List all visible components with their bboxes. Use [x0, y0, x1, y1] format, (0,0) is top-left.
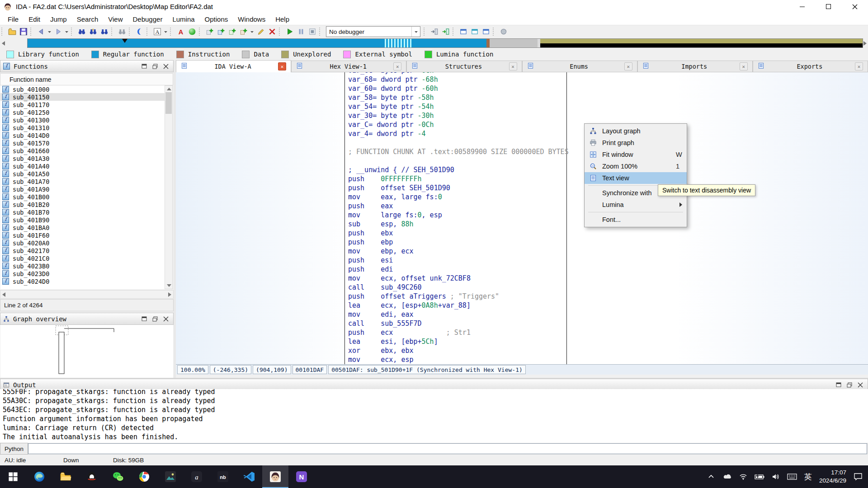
debug-run-icon[interactable]: [284, 26, 295, 38]
dock-icon[interactable]: [836, 382, 841, 388]
add-struct-icon[interactable]: [215, 26, 226, 38]
toolbar-grip[interactable]: [71, 28, 74, 36]
code-line[interactable]: var_30= byte ptr -30h: [348, 111, 434, 120]
chevron-down-icon[interactable]: [411, 27, 420, 37]
toolbar-grip[interactable]: [319, 28, 322, 36]
tab-close-icon[interactable]: ✕: [509, 62, 517, 70]
function-row[interactable]: fsub_401660: [0, 147, 165, 155]
code-line[interactable]: mov ecx, offset unk_72CBF8: [348, 274, 471, 283]
toolbar-grip[interactable]: [424, 28, 427, 36]
function-name-header[interactable]: Function name: [0, 73, 173, 85]
input-language-indicator[interactable]: 英: [804, 472, 812, 482]
toolbar-grip[interactable]: [170, 28, 173, 36]
toolbar-grip[interactable]: [129, 28, 132, 36]
scroll-down-icon[interactable]: [167, 284, 171, 287]
function-row[interactable]: fsub_401B00: [0, 193, 165, 201]
code-line[interactable]: var_60= dword ptr -60h: [348, 84, 438, 93]
wifi-icon[interactable]: [739, 473, 747, 480]
code-line[interactable]: mov ecx, esp: [348, 355, 414, 364]
functions-vertical-scrollbar[interactable]: [165, 85, 173, 289]
float-icon[interactable]: [152, 316, 158, 322]
run-until-icon[interactable]: [440, 26, 451, 38]
code-line[interactable]: ; FUNCTION CHUNK AT .text:00589900 SIZE …: [348, 147, 569, 156]
context-menu-item-font-[interactable]: Font...: [585, 214, 687, 225]
output-console[interactable]: 555F0F: propagate_stkargs: function is a…: [0, 389, 868, 443]
dock-icon[interactable]: [142, 316, 147, 322]
float-icon[interactable]: [847, 382, 852, 388]
code-line[interactable]: xor ebx, ebx: [348, 346, 414, 355]
code-line[interactable]: call sub_555F7D: [348, 319, 422, 328]
code-line[interactable]: call sub_49C260: [348, 283, 422, 292]
dropdown-icon[interactable]: [64, 26, 70, 38]
taskbar-app-player-a[interactable]: a: [184, 465, 210, 488]
tab-imports[interactable]: Imports✕: [637, 61, 753, 72]
taskbar-app-vscode[interactable]: [236, 465, 262, 488]
function-row[interactable]: fsub_401A30: [0, 155, 165, 162]
code-line[interactable]: mov edi, eax: [348, 310, 414, 319]
dropdown-icon[interactable]: [163, 26, 169, 38]
float-icon[interactable]: [152, 64, 158, 69]
tab-exports[interactable]: Exports✕: [753, 61, 868, 72]
function-row[interactable]: fsub_401570: [0, 139, 165, 147]
tray-expand-icon[interactable]: [708, 473, 715, 480]
nav-forward-icon[interactable]: [52, 26, 64, 38]
scrollbar-thumb[interactable]: [165, 92, 172, 114]
demangle-a-icon[interactable]: A: [175, 26, 186, 38]
toolbar-grip[interactable]: [279, 28, 282, 36]
tab-close-icon[interactable]: ✕: [624, 62, 632, 70]
close-button[interactable]: [842, 0, 868, 13]
menu-debugger[interactable]: Debugger: [128, 14, 168, 24]
function-row[interactable]: fsub_4023B0: [0, 262, 165, 270]
code-line[interactable]: push offset SEH_501D90: [348, 183, 450, 192]
band-library-stripes[interactable]: [385, 39, 412, 47]
onedrive-icon[interactable]: [722, 473, 732, 480]
context-menu-item-print-graph[interactable]: Print graph: [585, 137, 687, 149]
function-row[interactable]: fsub_4014D0: [0, 131, 165, 139]
code-line[interactable]: var_58= byte ptr -58h: [348, 93, 434, 102]
taskbar-app-netbeans[interactable]: nb: [210, 465, 236, 488]
code-line[interactable]: push ebx: [348, 229, 393, 238]
taskbar-app-ida[interactable]: [262, 465, 288, 488]
current-position-marker-icon[interactable]: [122, 39, 127, 43]
code-line[interactable]: var_68= dword ptr -68h: [348, 75, 438, 84]
menu-windows[interactable]: Windows: [233, 14, 270, 24]
attach-process-icon[interactable]: [429, 26, 440, 38]
search-binoculars-icon[interactable]: [76, 26, 87, 38]
close-panel-icon[interactable]: [163, 316, 169, 322]
function-row[interactable]: fsub_401000: [0, 85, 165, 93]
taskbar-app-qq[interactable]: [79, 465, 105, 488]
functions-horizontal-scrollbar[interactable]: [0, 290, 174, 299]
disassembly-graph-view[interactable]: var_6C= byte ptr -6Chvar_68= dword ptr -…: [176, 72, 868, 364]
graph-overview-canvas[interactable]: [0, 325, 173, 378]
menu-help[interactable]: Help: [270, 14, 294, 24]
window-list-teal-icon[interactable]: [469, 26, 480, 38]
code-line[interactable]: var_C= dword ptr -0Ch: [348, 120, 434, 129]
function-row[interactable]: fsub_401A40: [0, 162, 165, 170]
menu-file[interactable]: File: [3, 14, 24, 24]
dock-icon[interactable]: [142, 64, 147, 69]
taskbar-app-photos[interactable]: [157, 465, 184, 488]
toolbar-grip[interactable]: [199, 28, 202, 36]
code-line[interactable]: ; __unwind { // SEH_501D90: [348, 165, 454, 174]
search-text-icon[interactable]: T: [87, 26, 99, 38]
debugger-select[interactable]: No debugger: [326, 26, 420, 37]
scroll-up-icon[interactable]: [167, 88, 171, 90]
context-menu-item-lumina[interactable]: Lumina: [585, 199, 687, 211]
taskbar-app-wechat[interactable]: [105, 465, 131, 488]
tab-close-icon[interactable]: ✕: [393, 62, 401, 70]
function-row[interactable]: fsub_4023D0: [0, 270, 165, 277]
menu-lumina[interactable]: Lumina: [167, 14, 199, 24]
search-disabled-icon[interactable]: [116, 26, 127, 38]
function-row[interactable]: fsub_401300: [0, 116, 165, 124]
tab-enums[interactable]: Enums✕: [522, 61, 637, 72]
menu-search[interactable]: Search: [72, 14, 104, 24]
nav-back-icon[interactable]: [35, 26, 47, 38]
tab-close-icon[interactable]: ✕: [855, 62, 863, 70]
add-func-icon[interactable]: [204, 26, 215, 38]
code-line[interactable]: push ecx ; Str1: [348, 328, 471, 337]
tab-structures[interactable]: Structures✕: [406, 61, 522, 72]
menu-options[interactable]: Options: [200, 14, 233, 24]
toolbar-grip[interactable]: [493, 28, 496, 36]
code-line[interactable]: mov ebp, ecx: [348, 247, 414, 256]
window-list-icon[interactable]: [480, 26, 491, 38]
